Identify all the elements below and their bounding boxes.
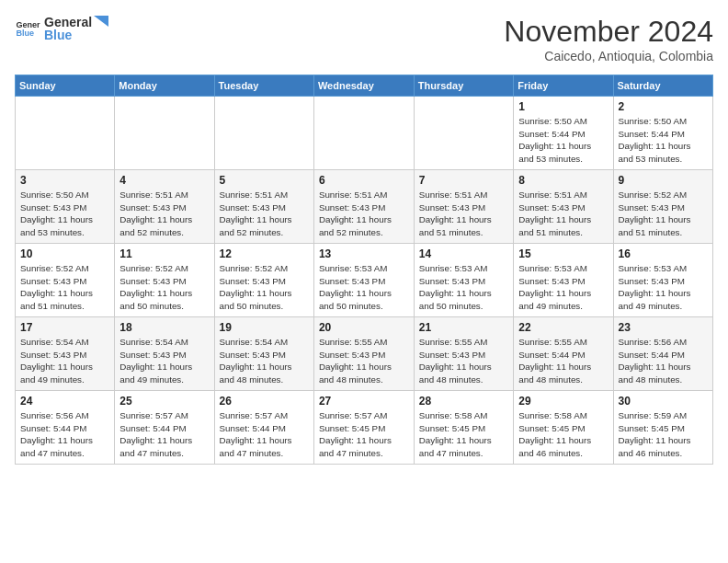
calendar-week-3: 10Sunrise: 5:52 AM Sunset: 5:43 PM Dayli… bbox=[16, 244, 713, 317]
calendar-cell bbox=[214, 97, 313, 170]
day-info: Sunrise: 5:55 AM Sunset: 5:44 PM Dayligh… bbox=[518, 336, 608, 386]
svg-text:Blue: Blue bbox=[16, 29, 34, 38]
calendar-cell: 30Sunrise: 5:59 AM Sunset: 5:45 PM Dayli… bbox=[613, 391, 713, 465]
calendar-cell: 19Sunrise: 5:54 AM Sunset: 5:43 PM Dayli… bbox=[214, 317, 313, 391]
month-title: November 2024 bbox=[504, 15, 713, 49]
calendar-cell: 1Sunrise: 5:50 AM Sunset: 5:44 PM Daylig… bbox=[514, 97, 613, 170]
day-number: 19 bbox=[220, 321, 309, 334]
location: Caicedo, Antioquia, Colombia bbox=[504, 49, 713, 63]
calendar-cell: 21Sunrise: 5:55 AM Sunset: 5:43 PM Dayli… bbox=[414, 317, 514, 391]
day-info: Sunrise: 5:50 AM Sunset: 5:44 PM Dayligh… bbox=[619, 115, 709, 166]
title-area: November 2024 Caicedo, Antioquia, Colomb… bbox=[504, 15, 713, 63]
day-number: 3 bbox=[20, 174, 109, 187]
day-number: 22 bbox=[518, 321, 608, 334]
day-info: Sunrise: 5:58 AM Sunset: 5:45 PM Dayligh… bbox=[518, 409, 608, 460]
calendar-body: 1Sunrise: 5:50 AM Sunset: 5:44 PM Daylig… bbox=[16, 97, 713, 465]
day-number: 30 bbox=[619, 395, 709, 408]
day-info: Sunrise: 5:50 AM Sunset: 5:43 PM Dayligh… bbox=[20, 189, 109, 239]
calendar-cell: 15Sunrise: 5:53 AM Sunset: 5:43 PM Dayli… bbox=[514, 244, 613, 317]
weekday-header-wednesday: Wednesday bbox=[313, 75, 414, 97]
calendar-cell: 6Sunrise: 5:51 AM Sunset: 5:43 PM Daylig… bbox=[313, 170, 414, 244]
calendar-cell: 8Sunrise: 5:51 AM Sunset: 5:43 PM Daylig… bbox=[514, 170, 613, 244]
day-info: Sunrise: 5:53 AM Sunset: 5:43 PM Dayligh… bbox=[419, 262, 509, 313]
page-header: General Blue General Blue November 2024 … bbox=[15, 15, 713, 63]
day-info: Sunrise: 5:51 AM Sunset: 5:43 PM Dayligh… bbox=[220, 189, 309, 239]
day-info: Sunrise: 5:54 AM Sunset: 5:43 PM Dayligh… bbox=[220, 336, 309, 386]
day-number: 16 bbox=[619, 247, 709, 260]
calendar-cell: 14Sunrise: 5:53 AM Sunset: 5:43 PM Dayli… bbox=[414, 244, 514, 317]
day-info: Sunrise: 5:52 AM Sunset: 5:43 PM Dayligh… bbox=[220, 262, 309, 313]
day-number: 11 bbox=[119, 247, 209, 260]
day-number: 23 bbox=[619, 321, 709, 334]
calendar-cell bbox=[16, 97, 115, 170]
svg-marker-3 bbox=[94, 16, 108, 27]
calendar-cell: 23Sunrise: 5:56 AM Sunset: 5:44 PM Dayli… bbox=[613, 317, 713, 391]
day-number: 24 bbox=[20, 395, 109, 408]
calendar-cell: 3Sunrise: 5:50 AM Sunset: 5:43 PM Daylig… bbox=[16, 170, 115, 244]
weekday-header-monday: Monday bbox=[115, 75, 214, 97]
day-info: Sunrise: 5:52 AM Sunset: 5:43 PM Dayligh… bbox=[20, 262, 109, 313]
day-number: 1 bbox=[518, 100, 608, 113]
day-info: Sunrise: 5:53 AM Sunset: 5:43 PM Dayligh… bbox=[518, 262, 608, 313]
day-info: Sunrise: 5:53 AM Sunset: 5:43 PM Dayligh… bbox=[319, 262, 409, 313]
weekday-header-sunday: Sunday bbox=[16, 75, 115, 97]
day-info: Sunrise: 5:52 AM Sunset: 5:43 PM Dayligh… bbox=[619, 189, 709, 239]
calendar-cell: 12Sunrise: 5:52 AM Sunset: 5:43 PM Dayli… bbox=[214, 244, 313, 317]
day-number: 2 bbox=[619, 100, 709, 113]
day-number: 17 bbox=[20, 321, 109, 334]
day-number: 12 bbox=[220, 247, 309, 260]
day-info: Sunrise: 5:51 AM Sunset: 5:43 PM Dayligh… bbox=[518, 189, 608, 239]
svg-text:General: General bbox=[16, 20, 40, 29]
calendar-cell: 11Sunrise: 5:52 AM Sunset: 5:43 PM Dayli… bbox=[115, 244, 214, 317]
calendar-cell: 5Sunrise: 5:51 AM Sunset: 5:43 PM Daylig… bbox=[214, 170, 313, 244]
logo: General Blue General Blue bbox=[15, 15, 108, 42]
day-number: 5 bbox=[220, 174, 309, 187]
day-number: 6 bbox=[319, 174, 409, 187]
calendar-week-5: 24Sunrise: 5:56 AM Sunset: 5:44 PM Dayli… bbox=[16, 391, 713, 465]
weekday-header-tuesday: Tuesday bbox=[214, 75, 313, 97]
day-number: 25 bbox=[119, 395, 209, 408]
calendar-cell bbox=[313, 97, 414, 170]
calendar-table: SundayMondayTuesdayWednesdayThursdayFrid… bbox=[15, 75, 713, 465]
calendar-cell bbox=[414, 97, 514, 170]
calendar-header-row: SundayMondayTuesdayWednesdayThursdayFrid… bbox=[16, 75, 713, 97]
calendar-week-4: 17Sunrise: 5:54 AM Sunset: 5:43 PM Dayli… bbox=[16, 317, 713, 391]
day-number: 15 bbox=[518, 247, 608, 260]
calendar-cell: 27Sunrise: 5:57 AM Sunset: 5:45 PM Dayli… bbox=[313, 391, 414, 465]
day-info: Sunrise: 5:55 AM Sunset: 5:43 PM Dayligh… bbox=[419, 336, 509, 386]
calendar-cell bbox=[115, 97, 214, 170]
day-number: 7 bbox=[419, 174, 509, 187]
day-info: Sunrise: 5:52 AM Sunset: 5:43 PM Dayligh… bbox=[119, 262, 209, 313]
calendar-cell: 20Sunrise: 5:55 AM Sunset: 5:43 PM Dayli… bbox=[313, 317, 414, 391]
calendar-cell: 13Sunrise: 5:53 AM Sunset: 5:43 PM Dayli… bbox=[313, 244, 414, 317]
day-info: Sunrise: 5:55 AM Sunset: 5:43 PM Dayligh… bbox=[319, 336, 409, 386]
logo-blue: Blue bbox=[44, 28, 108, 42]
calendar-cell: 16Sunrise: 5:53 AM Sunset: 5:43 PM Dayli… bbox=[613, 244, 713, 317]
calendar-cell: 24Sunrise: 5:56 AM Sunset: 5:44 PM Dayli… bbox=[16, 391, 115, 465]
day-number: 4 bbox=[119, 174, 209, 187]
weekday-header-thursday: Thursday bbox=[414, 75, 514, 97]
day-number: 20 bbox=[319, 321, 409, 334]
calendar-cell: 28Sunrise: 5:58 AM Sunset: 5:45 PM Dayli… bbox=[414, 391, 514, 465]
day-info: Sunrise: 5:54 AM Sunset: 5:43 PM Dayligh… bbox=[119, 336, 209, 386]
calendar-cell: 18Sunrise: 5:54 AM Sunset: 5:43 PM Dayli… bbox=[115, 317, 214, 391]
calendar-week-1: 1Sunrise: 5:50 AM Sunset: 5:44 PM Daylig… bbox=[16, 97, 713, 170]
day-info: Sunrise: 5:56 AM Sunset: 5:44 PM Dayligh… bbox=[20, 409, 109, 460]
weekday-header-saturday: Saturday bbox=[613, 75, 713, 97]
logo-arrow bbox=[94, 16, 108, 27]
day-number: 18 bbox=[119, 321, 209, 334]
day-number: 21 bbox=[419, 321, 509, 334]
calendar-cell: 7Sunrise: 5:51 AM Sunset: 5:43 PM Daylig… bbox=[414, 170, 514, 244]
calendar-cell: 2Sunrise: 5:50 AM Sunset: 5:44 PM Daylig… bbox=[613, 97, 713, 170]
calendar-cell: 29Sunrise: 5:58 AM Sunset: 5:45 PM Dayli… bbox=[514, 391, 613, 465]
day-info: Sunrise: 5:56 AM Sunset: 5:44 PM Dayligh… bbox=[619, 336, 709, 386]
calendar-cell: 26Sunrise: 5:57 AM Sunset: 5:44 PM Dayli… bbox=[214, 391, 313, 465]
day-info: Sunrise: 5:50 AM Sunset: 5:44 PM Dayligh… bbox=[518, 115, 608, 166]
day-info: Sunrise: 5:57 AM Sunset: 5:45 PM Dayligh… bbox=[319, 409, 409, 460]
calendar-cell: 4Sunrise: 5:51 AM Sunset: 5:43 PM Daylig… bbox=[115, 170, 214, 244]
day-info: Sunrise: 5:53 AM Sunset: 5:43 PM Dayligh… bbox=[619, 262, 709, 313]
logo-icon: General Blue bbox=[15, 16, 40, 41]
day-number: 29 bbox=[518, 395, 608, 408]
day-info: Sunrise: 5:57 AM Sunset: 5:44 PM Dayligh… bbox=[119, 409, 209, 460]
day-number: 26 bbox=[220, 395, 309, 408]
